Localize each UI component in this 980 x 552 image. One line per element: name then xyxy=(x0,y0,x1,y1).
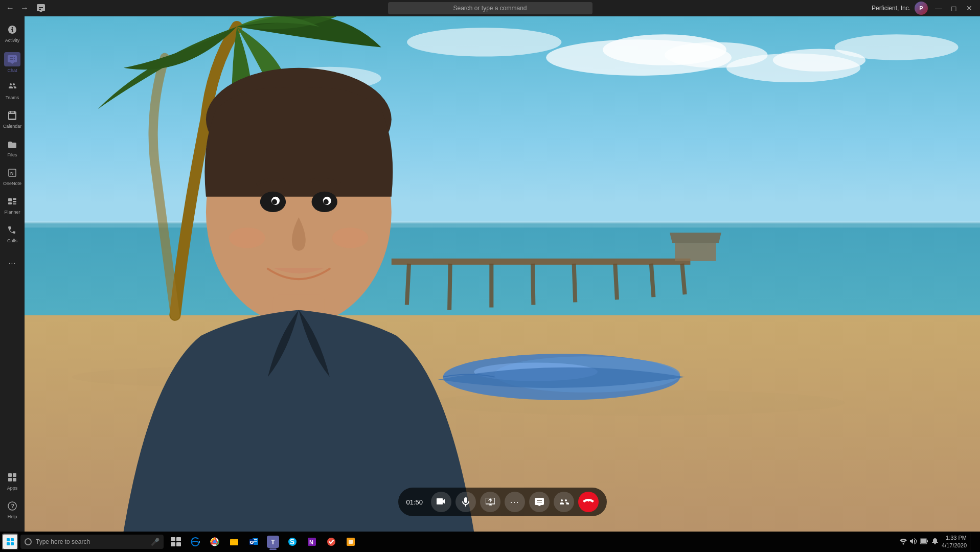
svg-point-60 xyxy=(213,540,216,543)
more-icon: ··· xyxy=(9,259,16,267)
window-controls: — ◻ ✕ xyxy=(932,3,976,13)
svg-rect-74 xyxy=(349,540,353,544)
chat-icon-bg xyxy=(4,52,20,66)
taskbar-app-onenote[interactable]: N xyxy=(303,533,321,551)
network-notification-icon[interactable] xyxy=(900,538,907,546)
onenote-icon: N xyxy=(8,168,17,179)
show-conversation-button[interactable] xyxy=(529,492,550,512)
svg-point-72 xyxy=(327,538,335,546)
sidebar-item-files[interactable]: Files xyxy=(2,135,22,162)
windows-logo-icon xyxy=(7,538,14,545)
svg-point-21 xyxy=(835,34,959,60)
teams-label: Teams xyxy=(6,95,19,100)
notifications-icon[interactable] xyxy=(931,538,939,546)
taskbar-app-explorer[interactable] xyxy=(225,533,243,551)
svg-point-51 xyxy=(229,227,265,248)
avatar[interactable]: P xyxy=(915,2,928,15)
svg-rect-55 xyxy=(176,537,181,541)
svg-rect-24 xyxy=(25,221,980,223)
main-area: Activity Chat Teams xyxy=(0,16,980,532)
sidebar-item-calendar[interactable]: Calendar xyxy=(2,106,22,133)
apps-label: Apps xyxy=(7,486,18,491)
battery-icon[interactable] xyxy=(920,538,928,546)
svg-rect-30 xyxy=(447,264,452,310)
planner-icon xyxy=(8,197,17,208)
more-options-button[interactable]: ··· xyxy=(505,492,525,512)
minimize-button[interactable]: — xyxy=(932,3,945,13)
search-placeholder: Search or type a command xyxy=(453,5,527,12)
taskbar-right: 1:33 PM 4/17/2020 xyxy=(896,533,978,551)
call-controls-bar: 01:50 ··· xyxy=(398,488,607,516)
time-display: 1:33 PM xyxy=(942,534,967,542)
svg-rect-5 xyxy=(8,202,12,204)
svg-rect-9 xyxy=(8,478,12,481)
taskbar-app-teams[interactable]: T xyxy=(264,533,282,551)
svg-rect-2 xyxy=(8,198,12,201)
svg-rect-56 xyxy=(171,542,175,546)
sidebar-item-onenote[interactable]: N OneNote xyxy=(2,164,22,190)
help-icon: ? xyxy=(8,501,17,513)
svg-point-17 xyxy=(407,28,561,56)
svg-rect-78 xyxy=(921,539,926,543)
taskbar-app-skype[interactable] xyxy=(283,533,302,551)
title-search-bar[interactable]: Search or type a command xyxy=(388,2,592,14)
show-desktop-button[interactable] xyxy=(970,533,974,551)
video-area: 01:50 ··· xyxy=(25,16,980,532)
title-bar-left: ← → xyxy=(4,2,47,14)
svg-text:O: O xyxy=(250,541,253,544)
forward-button[interactable]: → xyxy=(18,2,31,14)
activity-label: Activity xyxy=(5,38,20,43)
close-button[interactable]: ✕ xyxy=(963,3,976,13)
calendar-label: Calendar xyxy=(3,124,22,129)
sidebar-item-chat[interactable]: Chat xyxy=(2,49,22,76)
sidebar-bottom: Apps ? Help xyxy=(2,468,22,527)
sidebar-item-help[interactable]: ? Help xyxy=(2,497,22,523)
taskbar-app-edge[interactable] xyxy=(186,533,204,551)
svg-rect-54 xyxy=(171,537,175,541)
screenshare-button[interactable] xyxy=(480,492,500,512)
start-button[interactable] xyxy=(2,534,18,550)
maximize-button[interactable]: ◻ xyxy=(947,3,961,13)
sidebar-item-teams[interactable]: Teams xyxy=(2,78,22,104)
back-button[interactable]: ← xyxy=(4,2,16,14)
svg-rect-3 xyxy=(13,198,16,200)
svg-point-50 xyxy=(324,199,329,204)
nav-buttons: ← → xyxy=(4,2,31,14)
taskbar-app-chrome[interactable] xyxy=(206,533,224,551)
activity-icon xyxy=(8,25,17,36)
new-chat-button[interactable] xyxy=(35,2,47,14)
svg-text:N: N xyxy=(10,171,14,176)
taskbar-app-misc1[interactable] xyxy=(322,533,340,551)
taskbar-app-outlook[interactable]: O xyxy=(244,533,263,551)
participants-button[interactable] xyxy=(554,492,574,512)
svg-rect-6 xyxy=(13,203,16,204)
sidebar-item-more[interactable]: ··· xyxy=(2,249,22,276)
sidebar-item-calls[interactable]: Calls xyxy=(2,221,22,247)
sidebar-item-apps[interactable]: Apps xyxy=(2,468,22,495)
taskbar-app-taskview[interactable] xyxy=(167,533,185,551)
svg-text:N: N xyxy=(309,539,313,545)
video-button[interactable] xyxy=(431,492,451,512)
volume-icon[interactable] xyxy=(910,538,917,546)
sidebar-item-activity[interactable]: Activity xyxy=(2,20,22,47)
help-label: Help xyxy=(8,514,17,519)
svg-point-52 xyxy=(332,227,369,248)
sidebar-item-planner[interactable]: Planner xyxy=(2,192,22,219)
taskbar-app-misc2[interactable] xyxy=(341,533,360,551)
svg-rect-63 xyxy=(254,539,257,540)
taskbar-search-box[interactable]: Type here to search 🎤 xyxy=(20,535,164,549)
end-call-button[interactable] xyxy=(578,492,599,512)
svg-rect-57 xyxy=(176,542,181,546)
title-bar-right: Perficient, Inc. P — ◻ ✕ xyxy=(872,2,976,15)
svg-point-49 xyxy=(272,199,277,204)
taskbar-search-placeholder: Type here to search xyxy=(36,538,90,545)
search-voice-icon[interactable]: 🎤 xyxy=(151,538,159,546)
microphone-button[interactable] xyxy=(455,492,476,512)
system-clock[interactable]: 1:33 PM 4/17/2020 xyxy=(942,534,967,550)
svg-rect-8 xyxy=(13,473,16,477)
onenote-label: OneNote xyxy=(3,181,21,186)
svg-marker-38 xyxy=(670,233,721,243)
title-bar: ← → Search or type a command Perficient,… xyxy=(0,0,980,16)
files-icon xyxy=(8,140,17,151)
chat-label: Chat xyxy=(7,68,17,73)
